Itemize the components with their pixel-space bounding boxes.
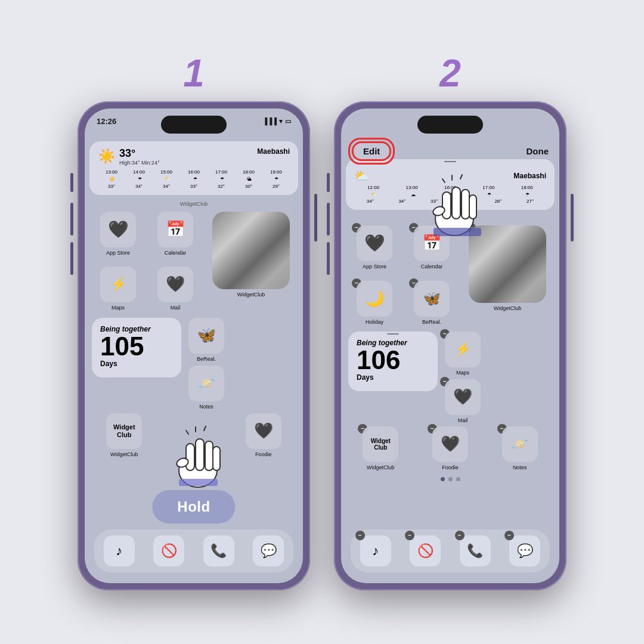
widgetclub-large-img-1 [212,212,290,289]
music-icon-1: ♪ [116,543,122,559]
weather-hours-1: 13:00 14:00 15:00 16:00 17:00 18:00 19:0… [98,169,290,175]
holiday-img-2: 🌙 [357,281,392,317]
calendar-img-1: 📅 [157,212,193,247]
dock-music-2[interactable]: ♪ [360,535,391,566]
calendar-img-2: 📅 [414,225,450,261]
foodie-img-2: 🖤 [432,426,468,462]
dock-music-1[interactable]: ♪ [104,535,135,566]
maps-img-1: ⚡ [100,267,136,302]
remove-line-weather [444,161,456,162]
widget-sub-1: Days [100,360,173,368]
battery-icon: ▭ [285,117,291,125]
mail-label-2: Mail [458,417,468,423]
foodie-img-1: 🖤 [246,413,281,449]
widgetclub-small-img-1: Widget Club [106,413,142,449]
delete-badge-dock-safari[interactable]: − [405,531,414,540]
widget-sub-2: Days [357,373,429,382]
dynamic-island-2 [417,116,483,134]
app-store-label-2: App Store [363,264,386,270]
bereal-icon-1[interactable]: 🦋 BeReal. [186,318,227,362]
dock-messages-wrapper-2: − 💬 [509,535,540,566]
foodie-label-1: Foodie [255,451,272,457]
edit-button-2[interactable]: Edit [352,141,391,161]
notes-icon-1[interactable]: 🪐 Notes [186,366,227,410]
delete-badge-dock-messages[interactable]: − [504,531,514,540]
widget-number-1: 105 [100,333,173,360]
dock-safari-2[interactable]: 🚫 [410,535,441,566]
weather-subtitle-1: High:34° Min:24° [119,160,160,166]
widgetclub-small-label-2: WidgetClub [367,465,395,470]
notes-img-2: 🪐 [502,426,538,462]
phone-icon-1: 📞 [210,543,227,559]
widgetclub-small-icon-1[interactable]: Widget Club WidgetClub [104,413,144,457]
delete-badge-dock-phone[interactable]: − [455,531,465,540]
foodie-icon-1[interactable]: 🖤 Foodie [243,413,284,457]
main-container: 1 12:26 ▐▐▐ ▾ ▭ [54,30,590,614]
dock-2: − ♪ − 🚫 − 📞 [351,530,550,572]
mail-icon-2[interactable]: − 🖤 Mail [442,379,483,423]
notes-label-1: Notes [199,404,213,410]
phone-1-screen: 12:26 ▐▐▐ ▾ ▭ ☀️ [85,109,303,583]
app-store-label-1: App Store [106,250,130,256]
bottom-row2-phone1: Widget Club WidgetClub 🖤 Foodie [89,413,298,457]
power-button [314,194,317,242]
widgetclub-small-icon-2[interactable]: − Widget Club WidgetClub [360,426,401,470]
dock-phone-wrapper-2: − 📞 [460,535,491,566]
volume-down-button-2 [327,203,330,236]
dock-phone-1[interactable]: 📞 [203,535,234,566]
status-bar-1: 12:26 ▐▐▐ ▾ ▭ [97,117,291,126]
status-icons-1: ▐▐▐ ▾ ▭ [263,117,291,125]
weather-temp-1: 33° [119,147,160,160]
being-together-widget-1: Being together 105 Days [92,318,181,377]
bereal-label-1: BeReal. [197,356,216,362]
weather-hours-2: 12:00 13:00 16:00 17:00 18:00 [354,185,546,190]
messages-icon-1: 💬 [261,543,277,559]
messages-icon-2: 💬 [517,543,533,559]
bottom-row2-phone2: − Widget Club WidgetClub − 🖤 Foodie [346,426,555,470]
being-together-widget-2: Being together 106 Days [348,332,438,391]
phone-icon-2: 📞 [467,543,483,559]
done-button-2[interactable]: Done [527,146,549,156]
mail-icon-1[interactable]: 🖤 Mail [155,267,196,311]
weather-icons-2: ⛅ ☁ ☂ ☂ ☂ [354,192,546,197]
widgetclub-large-img-2 [469,225,546,303]
holiday-icon-2[interactable]: − 🌙 Holiday [354,281,395,325]
foodie-icon-2[interactable]: − 🖤 Foodie [430,426,470,470]
dock-safari-1[interactable]: 🚫 [153,535,184,566]
bereal-img-1: 🦋 [188,318,224,354]
widgetclub-large-icon-2[interactable]: − WidgetClub [469,225,546,311]
dock-messages-2[interactable]: 💬 [509,535,540,566]
bereal-icon-2[interactable]: − 🦋 BeReal. [411,281,452,325]
dock-phone-2[interactable]: 📞 [460,535,491,566]
cloud-icon-2: ⛅ [354,169,369,183]
small-apps-col-phone2: − ⚡ Maps − 🖤 Mail [442,332,483,423]
safari-icon-1: 🚫 [161,543,177,559]
weather-temps-2: 34° 34° 33° 31° 28° 27° [354,199,546,204]
notes-img-1: 🪐 [188,366,224,401]
maps-icon-2[interactable]: − ⚡ Maps [442,332,483,376]
weather-location-1: Maebashi [257,147,290,156]
delete-badge-dock-music[interactable]: − [355,531,365,540]
notes-label-2: Notes [513,465,527,470]
weather-widget-1: ☀️ 33° High:34° Min:24° Maebashi 13: [89,141,298,195]
maps-icon-1[interactable]: ⚡ Maps [98,267,138,311]
notes-icon-2[interactable]: − 🪐 Notes [500,426,540,470]
step-1-block: 1 12:26 ▐▐▐ ▾ ▭ [78,54,310,590]
widgetclub-small-img-2: Widget Club [363,426,398,462]
bottom-row-phone1: Being together 105 Days 🦋 BeReal. [89,318,298,410]
dock-1: ♪ 🚫 📞 💬 [94,530,293,572]
calendar-label-1: Calendar [165,250,187,256]
phone-1: 12:26 ▐▐▐ ▾ ▭ ☀️ [78,101,310,590]
phone-2-screen: Edit Done ⛅ [341,109,559,583]
weather-icons-1: ☀️ ☂ ⛅ ☂ ☂ 🌥 ☂ [98,177,290,182]
foodie-label-2: Foodie [442,465,459,470]
dot-2 [448,477,453,481]
screen-2-content: ⛅ Maebashi 12:00 13:00 16:00 17:00 18:00 [346,159,555,578]
time-display-1: 12:26 [97,117,116,126]
widgetclub-small-label-1: WidgetClub [110,451,138,457]
widgetclub-large-icon-1[interactable]: WidgetClub [212,212,290,298]
step-2-block: 2 Edit Done [334,54,566,590]
hold-button-1[interactable]: Hold [152,490,235,524]
dock-messages-1[interactable]: 💬 [253,535,284,566]
remove-line-widget [387,333,399,335]
